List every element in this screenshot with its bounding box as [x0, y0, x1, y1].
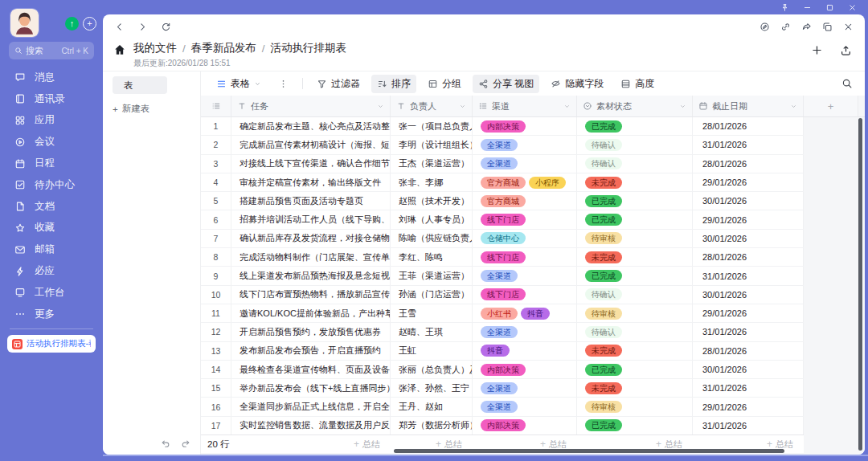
table-row[interactable]: 3对接线上线下宣传渠道，确认合作细节...王杰（渠道运营）全渠道待确认28/01…	[201, 155, 804, 173]
column-header-负责人[interactable]: 负责人	[391, 96, 473, 116]
table-row[interactable]: 5搭建新品预售页面及活动专题页赵照（技术开发）官方商城已完成30/01/2026	[201, 192, 804, 210]
date-cell[interactable]: 31/01/2026	[693, 136, 804, 153]
search-record-icon[interactable]	[841, 78, 853, 89]
column-header-素材状态[interactable]: 素材状态	[577, 96, 693, 116]
column-header-index[interactable]	[201, 96, 231, 116]
status-cell[interactable]: 已完成	[577, 267, 693, 284]
table-tab[interactable]: 表	[113, 76, 167, 94]
table-row[interactable]: 16全渠道同步新品正式上线信息，开启全...王丹、赵如全渠道待审核29/01/2…	[201, 398, 804, 416]
date-cell[interactable]: 31/01/2026	[693, 267, 804, 284]
pin-button[interactable]	[780, 3, 789, 12]
column-header-截止日期[interactable]: 截止日期	[693, 96, 804, 116]
table-row[interactable]: 7确认新品库存及发货流程，对接仓储物流陈喻（供应链负责人...仓储中心待审核30…	[201, 230, 804, 248]
channel-cell[interactable]: 内部决策	[473, 361, 577, 378]
task-cell[interactable]: 完成新品宣传素材初稿设计（海报、短...	[231, 136, 391, 153]
channel-cell[interactable]: 全渠道	[473, 267, 577, 284]
sidebar-pinned-doc[interactable]: 活动执行排期表-春...	[7, 335, 96, 353]
task-cell[interactable]: 完成活动物料制作（门店展架、宣传单...	[231, 248, 391, 266]
sidebar-item-会议[interactable]: 会议	[0, 131, 103, 153]
status-cell[interactable]: 已完成	[577, 210, 693, 228]
table-row[interactable]: 6招募并培训活动工作人员（线下导购、...刘琳（人事专员）线下门店已完成29/0…	[201, 210, 804, 229]
task-cell[interactable]: 线下门店布置预热物料，播放新品宣传...	[231, 286, 391, 304]
status-cell[interactable]: 待确认	[577, 286, 693, 304]
redo-button[interactable]	[180, 439, 190, 449]
owner-cell[interactable]: 张一（项目总负责人...	[391, 117, 473, 135]
task-cell[interactable]: 邀请KOL/KOC提前体验新品，产出种草...	[231, 304, 391, 322]
owner-cell[interactable]: 郑芳（数据分析师）	[391, 417, 473, 434]
table-row[interactable]: 8完成活动物料制作（门店展架、宣传单...李红、陈鸣线下门店未完成28/01/2…	[201, 248, 804, 267]
table-row[interactable]: 2完成新品宣传素材初稿设计（海报、短...李明（设计组组长）全渠道待确认31/0…	[201, 136, 804, 154]
channel-cell[interactable]: 全渠道	[473, 398, 577, 415]
sidebar-item-收藏[interactable]: 收藏	[0, 218, 103, 239]
search-input[interactable]: 搜索 Ctrl + K	[9, 42, 94, 59]
owner-cell[interactable]: 孙涵（门店运营）	[391, 286, 473, 304]
status-cell[interactable]: 已完成	[577, 117, 693, 135]
sidebar-item-邮箱[interactable]: 邮箱	[0, 239, 103, 260]
close-button[interactable]	[848, 3, 857, 12]
channel-cell[interactable]: 内部决策	[473, 117, 577, 135]
channel-cell[interactable]: 官方商城	[473, 192, 577, 210]
date-cell[interactable]: 31/01/2026	[693, 379, 804, 397]
toolbar-分享 视图[interactable]: 分享 视图	[473, 75, 539, 93]
table-row[interactable]: 13发布新品发布会预告，开启直播预约王虹抖音未完成28/01/2026	[201, 342, 804, 361]
status-cell[interactable]: 未完成	[577, 379, 693, 397]
date-cell[interactable]: 28/01/2026	[693, 342, 804, 360]
add-button[interactable]	[811, 44, 823, 56]
task-cell[interactable]: 对接线上线下宣传渠道，确认合作细节...	[231, 155, 391, 173]
status-cell[interactable]: 未完成	[577, 342, 693, 360]
owner-cell[interactable]: 张丽（总负责人）及...	[391, 361, 473, 378]
owner-cell[interactable]: 赵照（技术开发）	[391, 192, 473, 210]
breadcrumb-item[interactable]: 春季新品发布	[191, 41, 256, 55]
status-cell[interactable]: 待确认	[577, 155, 693, 173]
channel-cell[interactable]: 小红书抖音	[473, 304, 577, 322]
back-button[interactable]	[114, 22, 125, 32]
table-row[interactable]: 4审核并定稿宣传素材，输出终版文件张非、李娜官方商城小程序未完成29/01/20…	[201, 173, 804, 192]
status-cell[interactable]: 已完成	[577, 417, 693, 434]
date-cell[interactable]: 29/01/2026	[693, 173, 804, 191]
owner-cell[interactable]: 赵晴、王琪	[391, 323, 473, 341]
sidebar-item-通讯录[interactable]: 通讯录	[0, 88, 103, 110]
date-cell[interactable]: 28/01/2026	[693, 155, 804, 173]
share-button[interactable]	[801, 22, 812, 32]
date-cell[interactable]: 30/01/2026	[693, 361, 804, 378]
date-cell[interactable]: 30/01/2026	[693, 286, 804, 304]
task-cell[interactable]: 招募并培训活动工作人员（线下导购、...	[231, 210, 391, 228]
date-cell[interactable]: 31/01/2026	[693, 323, 804, 341]
sidebar-add-button[interactable]: +	[83, 17, 96, 31]
close-doc-button[interactable]	[843, 22, 854, 32]
task-cell[interactable]: 确定新品发布主题、核心亮点及活动整...	[231, 117, 391, 135]
toolbar-more[interactable]	[272, 76, 294, 92]
owner-cell[interactable]: 王菲（渠道运营）	[391, 267, 473, 284]
channel-cell[interactable]: 抖音	[473, 342, 577, 360]
sidebar-item-工作台[interactable]: 工作台	[0, 282, 103, 304]
table-row[interactable]: 9线上渠道发布新品预热海报及悬念短视频王菲（渠道运营）全渠道已完成31/01/2…	[201, 267, 804, 285]
task-cell[interactable]: 审核并定稿宣传素材，输出终版文件	[231, 173, 391, 191]
table-row[interactable]: 17实时监控销售数据、流量数据及用户反馈郑芳（数据分析师）内部决策已完成31/0…	[201, 417, 804, 435]
undo-button[interactable]	[161, 439, 171, 449]
status-cell[interactable]: 待确认	[577, 136, 693, 153]
task-cell[interactable]: 发布新品发布会预告，开启直播预约	[231, 342, 391, 360]
table-row[interactable]: 15举办新品发布会（线下+线上直播同步）张泽、孙然、王宁全渠道未完成31/01/…	[201, 379, 804, 398]
table-row[interactable]: 11邀请KOL/KOC提前体验新品，产出种草...王雪小红书抖音待审核29/01…	[201, 304, 804, 323]
status-cell[interactable]: 未完成	[577, 248, 693, 266]
refresh-button[interactable]	[161, 22, 171, 32]
status-cell[interactable]: 待确认	[577, 323, 693, 341]
owner-cell[interactable]: 刘琳（人事专员）	[391, 210, 473, 228]
date-cell[interactable]: 30/01/2026	[693, 192, 804, 210]
task-cell[interactable]: 最终检查各渠道宣传物料、页面及设备...	[231, 361, 391, 378]
owner-cell[interactable]: 王杰（渠道运营）	[391, 155, 473, 173]
task-cell[interactable]: 全渠道同步新品正式上线信息，开启全...	[231, 398, 391, 415]
sidebar-item-必应[interactable]: 必应	[0, 260, 103, 282]
horizontal-scrollbar[interactable]	[394, 449, 784, 453]
owner-cell[interactable]: 陈喻（供应链负责人...	[391, 230, 473, 247]
edit-mode-button[interactable]	[760, 22, 770, 32]
task-cell[interactable]: 举办新品发布会（线下+线上直播同步）	[231, 379, 391, 397]
sidebar-item-应用[interactable]: 应用	[0, 110, 103, 132]
channel-cell[interactable]: 内部决策	[473, 417, 577, 434]
open-in-window-button[interactable]	[822, 22, 833, 32]
column-header-渠道[interactable]: 渠道	[473, 96, 577, 116]
toolbar-高度[interactable]: 高度	[615, 75, 660, 93]
share-upload-button[interactable]	[840, 44, 852, 56]
channel-cell[interactable]: 官方商城小程序	[473, 173, 577, 191]
breadcrumb-item-current[interactable]: 活动执行排期表	[271, 41, 347, 55]
